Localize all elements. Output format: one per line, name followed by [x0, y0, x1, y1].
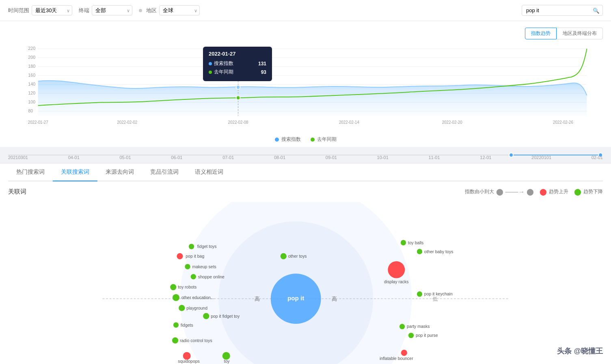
axis-right-high: 高	[332, 296, 337, 302]
tl-label-9: 12-01	[480, 155, 491, 160]
time-range-select[interactable]: 最近30天	[32, 5, 72, 15]
svg-text:2022-02-14: 2022-02-14	[339, 120, 359, 125]
tab-semantic[interactable]: 语义相近词	[187, 164, 231, 181]
bubble-inflatable-bouncer-label: inflatable bouncer	[380, 356, 413, 361]
tabs-section: 热门搜索词 关联搜索词 来源去向词 竞品引流词 语义相近词	[0, 163, 611, 181]
watermark: 头条 @晓懂王	[557, 346, 603, 356]
bubble-radio-control-toys[interactable]	[172, 337, 178, 343]
tl-label-11: 02-01	[592, 155, 603, 160]
bubble-inflatable-bouncer[interactable]	[401, 350, 407, 356]
bubble-other-toys-label: other toys	[288, 254, 307, 258]
bubble-squidopops-label: squidopops	[178, 359, 200, 364]
legend-search-label: 搜索指数	[281, 136, 301, 143]
bubble-playground-label: playground	[186, 306, 207, 310]
tl-label-1: 04-01	[68, 155, 80, 160]
legend-trend-up-label: 趋势上升	[549, 188, 568, 195]
tooltip-point-green	[236, 96, 240, 100]
main-chart-svg: 220 200 180 160 140 120 100 80	[16, 43, 595, 132]
legend-size: 指数由小到大 ⬤ ——→ ⬤	[465, 188, 534, 196]
region-select[interactable]: 全球	[159, 5, 200, 15]
bubble-toy-label: toy	[224, 359, 230, 364]
bubble-playground[interactable]	[179, 305, 185, 311]
legend-trend-down: ⬤ 趋势下降	[574, 188, 603, 196]
legend-yoy-label: 去年同期	[317, 136, 337, 143]
region-dot-icon	[139, 9, 142, 12]
timeline-bar: 20210301 04-01 05-01 06-01 07-01 08-01 0…	[0, 147, 611, 163]
legend-yoy: 去年同期	[311, 136, 337, 143]
svg-text:2022-01-27: 2022-01-27	[28, 120, 48, 125]
tab-related-search[interactable]: 关联搜索词	[53, 164, 97, 181]
svg-text:2022-02-20: 2022-02-20	[442, 120, 462, 125]
tab-region-button[interactable]: 地区及终端分布	[557, 28, 603, 39]
tab-hot-search[interactable]: 热门搜索词	[8, 164, 53, 181]
bubble-pop-it-purse[interactable]	[408, 333, 414, 338]
time-range-filter: 时间范围 最近30天	[8, 5, 72, 15]
legend-trend-up: ⬤ 趋势上升	[540, 188, 568, 196]
tab-source-dest[interactable]: 来源去向词	[97, 164, 142, 181]
bubble-pop-it-purse-label: pop it purse	[416, 333, 438, 338]
bubble-other-toys[interactable]	[281, 253, 287, 259]
keyword-title: 关联词	[8, 188, 26, 196]
tab-trend-button[interactable]: 指数趋势	[525, 28, 557, 39]
axis-right-low: 低	[432, 296, 438, 302]
bubble-fidgets[interactable]	[173, 322, 179, 327]
terminal-select-wrapper: 全部	[92, 5, 132, 15]
bubble-fidget-toys[interactable]	[189, 244, 194, 249]
svg-text:120: 120	[28, 90, 35, 95]
chart-section: 指数趋势 地区及终端分布 2022-01-27 搜索指数 131 去年同期 93	[0, 21, 611, 147]
legend-yoy-dot	[311, 138, 315, 142]
bubble-other-education[interactable]	[173, 294, 179, 301]
svg-text:140: 140	[28, 82, 35, 86]
bubble-toy-balls-label: toy balls	[408, 241, 423, 245]
terminal-select[interactable]: 全部	[92, 5, 132, 15]
bubble-squidopops[interactable]	[183, 352, 191, 360]
tl-label-10: 20220101	[531, 155, 551, 160]
bubble-toy-robots[interactable]	[170, 284, 176, 290]
svg-text:2022-02-26: 2022-02-26	[553, 120, 573, 125]
bubble-pop-it-bag[interactable]	[177, 253, 183, 259]
bubble-other-baby-toys[interactable]	[417, 249, 422, 254]
search-button[interactable]: 🔍	[593, 7, 600, 13]
timeline-track[interactable]: 20210301 04-01 05-01 06-01 07-01 08-01 0…	[8, 150, 603, 160]
bubble-svg: 高 高 低 pop it fidget toys pop it bag make…	[8, 202, 603, 364]
keyword-header: 关联词 指数由小到大 ⬤ ——→ ⬤ ⬤ 趋势上升 ⬤ 趋势下降	[8, 188, 603, 196]
bubble-toy-balls[interactable]	[401, 240, 406, 245]
bubble-party-masks-label: party masks	[407, 324, 430, 329]
bubble-makeup-sets[interactable]	[185, 264, 190, 269]
tooltip-point-blue	[236, 85, 240, 89]
bubble-other-education-label: other education...	[181, 295, 214, 300]
tab-competitor[interactable]: 竞品引流词	[142, 164, 187, 181]
bubble-pop-it-keychain[interactable]	[417, 291, 422, 297]
keyword-section: 关联词 指数由小到大 ⬤ ——→ ⬤ ⬤ 趋势上升 ⬤ 趋势下降 高	[0, 181, 611, 364]
tl-label-8: 11-01	[428, 155, 440, 160]
tl-label-3: 06-01	[171, 155, 182, 160]
bubble-radio-control-toys-label: radio control toys	[180, 338, 212, 343]
bubble-toy-robots-label: toy robots	[178, 285, 196, 289]
bubble-pop-it-bag-label: pop it bag	[186, 254, 204, 258]
legend-search: 搜索指数	[275, 136, 301, 143]
bubble-shoppe-online[interactable]	[191, 274, 196, 279]
svg-text:80: 80	[28, 108, 33, 113]
svg-text:220: 220	[28, 46, 35, 51]
chart-area: 2022-01-27 搜索指数 131 去年同期 93 220 200 180	[16, 43, 595, 132]
bubble-chart: 高 高 低 pop it fidget toys pop it bag make…	[8, 202, 603, 364]
legend-size-label: 指数由小到大	[465, 188, 494, 195]
legend-search-dot	[275, 138, 279, 142]
axis-left-high: 高	[255, 296, 260, 302]
top-bar: 时间范围 最近30天 终端 全部 地区 全球 🔍	[0, 0, 611, 21]
region-select-wrapper: 全球	[159, 5, 200, 15]
bubble-pop-it-fidget-toy[interactable]	[203, 313, 209, 319]
time-range-label: 时间范围	[8, 7, 29, 14]
trend-up-dot: ⬤	[540, 188, 547, 196]
search-input[interactable]	[522, 5, 603, 16]
bubble-display-racks[interactable]	[388, 261, 405, 278]
bubble-toy[interactable]	[222, 352, 230, 360]
keyword-legend: 指数由小到大 ⬤ ——→ ⬤ ⬤ 趋势上升 ⬤ 趋势下降	[465, 188, 603, 196]
tl-label-5: 08-01	[274, 155, 285, 160]
timeline-labels: 20210301 04-01 05-01 06-01 07-01 08-01 0…	[8, 155, 603, 160]
svg-text:160: 160	[28, 73, 35, 78]
trend-down-dot: ⬤	[574, 188, 581, 196]
center-bubble-label: pop it	[287, 295, 304, 302]
bubble-party-masks[interactable]	[399, 324, 405, 329]
tl-label-0: 20210301	[8, 155, 28, 160]
